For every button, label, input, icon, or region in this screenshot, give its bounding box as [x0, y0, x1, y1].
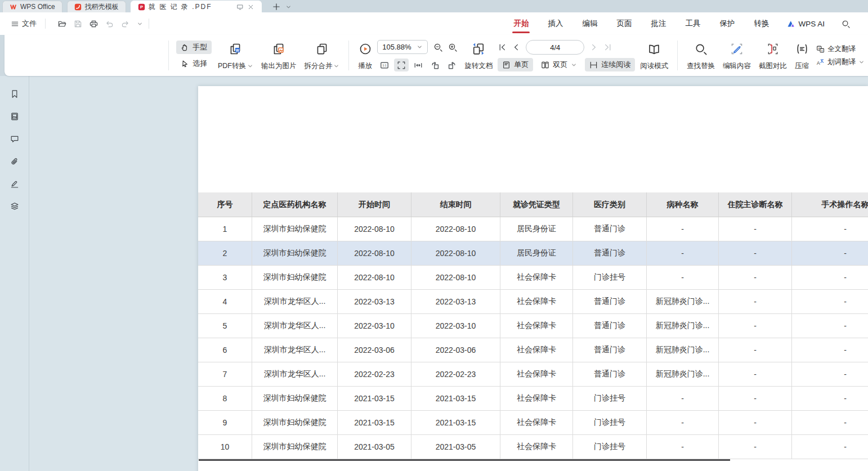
word-translate-button[interactable]: A 划词翻译 [816, 57, 865, 67]
table-cell[interactable]: - [792, 314, 868, 338]
table-cell[interactable]: 2022-02-23 [338, 362, 411, 387]
table-cell[interactable]: 门诊挂号 [573, 435, 647, 459]
wps-ai-button[interactable]: WPS AI [787, 20, 825, 28]
bookmark-panel-button[interactable] [8, 87, 21, 101]
table-cell[interactable]: - [647, 411, 719, 435]
table-cell[interactable]: 2022-03-10 [411, 314, 500, 338]
new-tab-button[interactable] [272, 2, 281, 11]
hand-tool-button[interactable]: 手型 [176, 41, 212, 54]
table-cell[interactable]: - [792, 338, 868, 362]
fit-page-button[interactable] [394, 59, 409, 71]
pdf-page[interactable]: 序号定点医药机构名称开始时间结束时间就诊凭证类型医疗类别病种名称住院主诊断名称手… [198, 86, 868, 471]
table-cell[interactable]: 普通门诊 [573, 241, 647, 266]
table-cell[interactable]: 8 [198, 387, 252, 411]
tab-convert[interactable]: 转换 [753, 15, 770, 32]
tab-document[interactable]: P 就 医 记 录 .PDF [131, 1, 262, 12]
table-cell[interactable]: - [792, 266, 868, 290]
table-cell[interactable]: 门诊挂号 [573, 387, 647, 411]
table-cell[interactable]: 居民身份证 [500, 217, 573, 241]
table-cell[interactable]: - [719, 411, 792, 435]
table-cell[interactable]: 6 [198, 338, 252, 362]
rotate-right-button[interactable] [445, 59, 459, 71]
tab-annotate[interactable]: 批注 [650, 15, 667, 32]
play-button[interactable]: 播放 [354, 35, 376, 76]
table-cell[interactable]: 社会保障卡 [500, 338, 573, 362]
table-cell[interactable]: 2022-03-13 [338, 290, 411, 314]
tab-page[interactable]: 页面 [615, 15, 633, 32]
tab-insert[interactable]: 插入 [547, 15, 564, 32]
table-cell[interactable]: 门诊挂号 [573, 411, 647, 435]
open-file-icon[interactable] [58, 20, 66, 28]
table-cell[interactable]: 门诊挂号 [573, 266, 647, 290]
export-image-button[interactable]: 输出为图片 [257, 35, 301, 76]
screenshot-compare-button[interactable]: 截图对比 [755, 35, 791, 76]
zoom-out-icon[interactable] [433, 43, 442, 52]
table-cell[interactable]: 普通门诊 [573, 314, 647, 338]
table-cell[interactable]: 社会保障卡 [500, 290, 573, 314]
table-cell[interactable]: - [792, 362, 868, 387]
find-replace-button[interactable]: 查找替换 [683, 35, 719, 76]
table-cell[interactable]: - [719, 241, 792, 266]
tab-list-chevron-icon[interactable] [285, 4, 292, 10]
attachment-panel-button[interactable] [8, 155, 21, 168]
tab-docer-templates[interactable]: 找稻壳模板 [67, 1, 126, 12]
table-cell[interactable]: - [719, 266, 792, 290]
layers-panel-button[interactable] [8, 200, 21, 213]
continuous-reading-button[interactable]: 连续阅读 [585, 58, 635, 71]
table-cell[interactable]: 深圳市龙华区人... [252, 338, 338, 362]
table-cell[interactable]: - [719, 387, 792, 411]
table-cell[interactable]: 深圳市妇幼保健院 [252, 266, 338, 290]
table-cell[interactable]: 深圳市妇幼保健院 [252, 217, 338, 241]
table-cell[interactable]: 2022-03-10 [338, 314, 411, 338]
table-cell[interactable]: 深圳市妇幼保健院 [252, 387, 338, 411]
table-cell[interactable]: 2 [198, 241, 252, 266]
table-cell[interactable]: 2021-03-15 [338, 387, 411, 411]
signature-panel-button[interactable] [8, 177, 21, 191]
fit-width-button[interactable] [411, 59, 426, 71]
table-cell[interactable]: 2022-08-10 [338, 217, 411, 241]
table-cell[interactable]: 2021-03-15 [411, 411, 500, 435]
table-cell[interactable]: - [647, 435, 719, 459]
table-cell[interactable]: 2022-03-06 [338, 338, 411, 362]
table-cell[interactable]: - [792, 387, 868, 411]
rotate-left-button[interactable] [428, 59, 442, 71]
table-cell[interactable]: 深圳市妇幼保健院 [252, 411, 338, 435]
compress-button[interactable]: 压缩 [791, 35, 813, 76]
table-cell[interactable]: 新冠肺炎门诊... [647, 290, 719, 314]
table-cell[interactable]: 社会保障卡 [500, 411, 573, 435]
comment-panel-button[interactable] [8, 132, 21, 146]
table-cell[interactable]: 深圳市龙华区人... [252, 362, 338, 387]
table-cell[interactable]: 3 [198, 266, 252, 290]
table-cell[interactable]: - [792, 435, 868, 459]
table-cell[interactable]: 社会保障卡 [500, 362, 573, 387]
table-cell[interactable]: - [719, 362, 792, 387]
table-cell[interactable]: - [719, 338, 792, 362]
table-cell[interactable]: 1 [198, 217, 252, 241]
zoom-in-icon[interactable] [448, 43, 457, 52]
table-cell[interactable]: 社会保障卡 [500, 387, 573, 411]
table-cell[interactable]: 10 [198, 435, 252, 459]
table-cell[interactable]: - [719, 314, 792, 338]
table-cell[interactable]: 普通门诊 [573, 338, 647, 362]
table-cell[interactable]: 4 [198, 290, 252, 314]
single-page-button[interactable]: 单页 [498, 58, 533, 71]
table-cell[interactable]: 2022-08-10 [411, 217, 500, 241]
tab-edit[interactable]: 编辑 [581, 15, 598, 32]
table-cell[interactable]: 新冠肺炎门诊... [647, 362, 719, 387]
file-menu-button[interactable]: 文件 [8, 16, 39, 31]
table-cell[interactable]: 深圳市龙华区人... [252, 290, 338, 314]
read-mode-button[interactable]: 阅读模式 [636, 35, 672, 76]
table-cell[interactable]: 普通门诊 [573, 362, 647, 387]
table-cell[interactable]: 7 [198, 362, 252, 387]
quickbar-more-chevron-icon[interactable] [137, 21, 143, 27]
table-cell[interactable]: 深圳市龙华区人... [252, 314, 338, 338]
table-cell[interactable]: 2021-03-05 [338, 435, 411, 459]
rotate-document-button[interactable]: 旋转文档 [460, 35, 496, 76]
table-cell[interactable]: 普通门诊 [573, 217, 647, 241]
table-cell[interactable]: 社会保障卡 [500, 435, 573, 459]
table-cell[interactable]: - [719, 290, 792, 314]
tab-protect[interactable]: 保护 [718, 15, 736, 32]
first-page-icon[interactable] [498, 43, 507, 52]
table-cell[interactable]: - [792, 290, 868, 314]
table-cell[interactable]: 2022-02-23 [411, 362, 500, 387]
